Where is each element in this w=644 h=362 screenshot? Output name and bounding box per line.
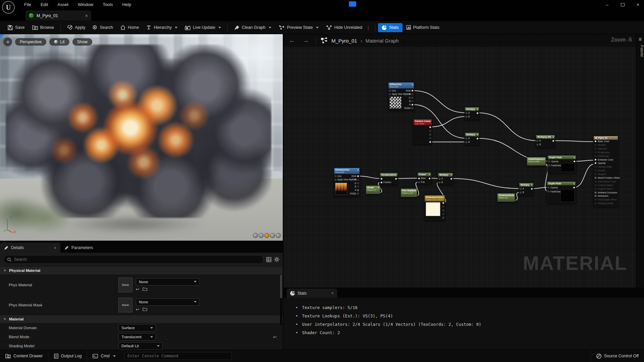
node-header[interactable]: Multiply▾ xyxy=(519,183,533,187)
node-pin[interactable] xyxy=(595,166,596,168)
asset-thumbnail[interactable]: None xyxy=(118,278,132,292)
material-input-base-color[interactable]: Base Color xyxy=(594,140,618,143)
node-pin[interactable] xyxy=(595,199,596,200)
node-pin[interactable] xyxy=(429,134,431,135)
node-header[interactable]: DesatParam (1)▾ xyxy=(366,186,380,194)
browse-to-asset-icon[interactable] xyxy=(143,287,147,291)
search-button[interactable]: Search xyxy=(89,23,117,32)
node-pin[interactable] xyxy=(531,188,533,190)
tab-stats[interactable]: Stats × xyxy=(287,289,337,298)
node-pin[interactable] xyxy=(552,140,554,142)
material-input-custom-data-1[interactable]: Custom Data 1 xyxy=(594,187,618,191)
node-pin[interactable] xyxy=(395,178,397,180)
material-input-ambient-occlusion[interactable]: Ambient Occlusion xyxy=(594,191,618,195)
stats-button[interactable]: Stats xyxy=(378,23,402,32)
asset-thumbnail[interactable]: None xyxy=(118,298,132,312)
node-pin[interactable] xyxy=(537,144,538,145)
node-fadedistance[interactable]: FadeDistanceParam (200)▾ xyxy=(527,157,546,166)
node-collapse-icon[interactable]: ▾ xyxy=(477,108,478,111)
node-df2[interactable]: Depth Fade▴OpacityFadeDistance xyxy=(547,181,576,203)
node-desaturation[interactable]: Desaturation▾Fraction xyxy=(380,173,398,185)
node-pin[interactable] xyxy=(466,141,467,143)
node-pin[interactable] xyxy=(412,104,413,106)
node-pin[interactable] xyxy=(595,148,596,149)
node-header[interactable]: EmissiveTexParam2D▴ xyxy=(334,168,360,174)
menu-file[interactable]: File xyxy=(20,1,35,8)
node-collapse-icon[interactable]: ▴ xyxy=(442,196,444,199)
node-pin[interactable] xyxy=(439,178,440,180)
close-button[interactable]: × xyxy=(635,2,641,7)
menu-help[interactable]: Help xyxy=(118,1,135,8)
node-power[interactable]: Power▾BaseExp xyxy=(417,172,431,184)
node-collapse-icon[interactable]: ▾ xyxy=(531,184,532,186)
node-mul65[interactable]: Multiply(.65)▾AB xyxy=(536,135,555,147)
node-header[interactable]: Depth Fade▴ xyxy=(548,156,576,159)
node-mul1[interactable]: Multiply▾AB xyxy=(465,107,479,120)
material-input-tangent[interactable]: Tangent xyxy=(594,173,618,176)
node-pin[interactable] xyxy=(429,126,431,128)
node-header[interactable]: Multiply▾ xyxy=(438,173,453,177)
node-pin[interactable] xyxy=(595,192,596,193)
content-drawer-button[interactable]: Content Drawer xyxy=(0,350,49,362)
material-input-specular[interactable]: Specular xyxy=(594,147,618,151)
node-collapse-icon[interactable]: ▾ xyxy=(477,133,478,136)
node-result[interactable]: M_Pyro_01Base ColorMetallicSpecularRough… xyxy=(593,136,618,207)
node-pin[interactable] xyxy=(548,191,549,192)
material-domain-dropdown[interactable]: Surface xyxy=(118,324,156,331)
material-input-normal[interactable]: Normal xyxy=(594,169,618,173)
hierarchy-button[interactable]: Hierarchy xyxy=(143,23,181,32)
node-pin[interactable] xyxy=(412,94,413,95)
node-pin[interactable] xyxy=(418,181,420,183)
node-pin[interactable] xyxy=(439,182,440,183)
preview-mesh-cube-button[interactable] xyxy=(270,233,275,238)
output-log-button[interactable]: Output Log xyxy=(49,350,88,362)
clean-graph-button[interactable]: Clean Graph xyxy=(230,23,275,32)
node-pin[interactable] xyxy=(477,138,478,139)
node-emissioncolor[interactable]: EmissionColorParam (10.1,73,0.744,0)▴ xyxy=(424,195,445,221)
node-pin[interactable] xyxy=(466,138,467,139)
preview-viewport[interactable]: ≡ Perspective Lit Show Z X xyxy=(0,34,283,241)
material-input-anisotropy[interactable]: Anisotropy xyxy=(594,155,618,158)
hide-unrelated-button[interactable]: Hide Unrelated xyxy=(322,23,366,32)
material-input-shading-model[interactable]: Shading Model xyxy=(594,202,618,205)
browse-to-asset-icon[interactable] xyxy=(143,307,147,311)
node-pin[interactable] xyxy=(574,161,575,162)
node-pin[interactable] xyxy=(429,130,431,132)
node-mul4[interactable]: Multiply▾AB xyxy=(519,183,534,195)
node-df1[interactable]: Depth Fade▴OpacityFadeDistance xyxy=(547,155,576,173)
node-pin[interactable] xyxy=(595,159,596,161)
asset-dropdown[interactable]: None xyxy=(136,278,200,286)
palette-tab-label[interactable]: Palette xyxy=(636,45,644,57)
node-pin[interactable] xyxy=(412,90,413,92)
preview-state-button[interactable]: Preview State xyxy=(275,23,322,32)
node-pin[interactable] xyxy=(466,112,467,114)
minimize-button[interactable]: – xyxy=(604,2,610,7)
node-collapse-icon[interactable]: ▾ xyxy=(378,186,379,189)
node-pin[interactable] xyxy=(595,140,596,142)
node-pin[interactable] xyxy=(418,178,420,179)
node-collapse-icon[interactable]: ▾ xyxy=(429,173,430,176)
node-pin[interactable] xyxy=(595,162,596,164)
node-pin[interactable] xyxy=(537,140,538,142)
node-diffusetex[interactable]: DiffuseTexParam2D▴UVsApply View MipBiasR… xyxy=(388,82,414,110)
node-pin[interactable] xyxy=(357,193,359,194)
display-filter-icon[interactable] xyxy=(266,257,271,262)
node-header[interactable]: Multiply▾ xyxy=(465,107,479,111)
node-pin[interactable] xyxy=(442,206,444,207)
details-search-input[interactable] xyxy=(14,257,260,262)
settings-gear-icon[interactable] xyxy=(274,257,279,262)
shading-model-dropdown[interactable]: Default Lit xyxy=(118,342,163,350)
palette-sidebar[interactable]: ≣ Palette xyxy=(636,34,644,288)
section-header-physical-material[interactable]: ▼Physical Material xyxy=(0,266,283,275)
breadcrumb-asset[interactable]: M_Pyro_01 xyxy=(331,38,357,44)
home-button[interactable]: Home xyxy=(117,23,143,32)
node-header[interactable]: EmissionScaleParam (1)▾ xyxy=(497,193,515,202)
show-button[interactable]: Show xyxy=(72,38,92,46)
node-collapse-icon[interactable]: ▾ xyxy=(543,158,545,161)
node-mul2[interactable]: Multiply▾AB xyxy=(465,132,479,145)
node-pin[interactable] xyxy=(595,173,596,175)
node-pin[interactable] xyxy=(548,165,550,166)
node-emissionscale[interactable]: EmissionScaleParam (1)▾ xyxy=(497,193,515,202)
material-input-refraction[interactable]: Refraction xyxy=(594,194,618,198)
node-pin[interactable] xyxy=(429,178,430,179)
